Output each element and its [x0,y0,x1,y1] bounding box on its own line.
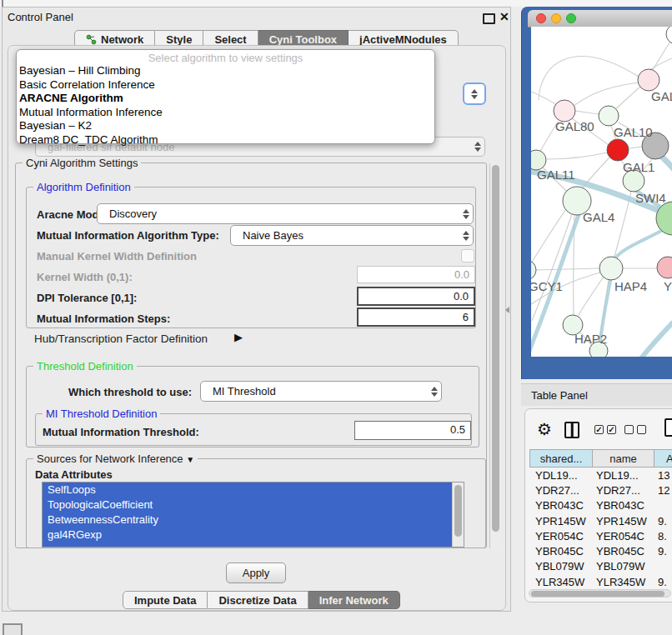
cell: YPR145W [592,515,654,528]
deselect-all-checkbox-icon[interactable] [637,425,646,434]
mi-threshold-input[interactable]: 0.5 [354,421,471,440]
sources-title-text: Sources for Network Inference [37,452,183,465]
algorithm-option[interactable]: Basic Correlation Inference [17,78,434,92]
node-label: SWI4 [635,191,666,205]
algorithm-definition-group: Algorithm Definition Aracne Mode: Discov… [26,187,476,328]
mi-steps-input[interactable]: 6 [357,308,475,327]
float-window-icon[interactable] [483,13,495,24]
control-panel-window: Control Panel ✕ Network Style Select Cyn… [2,7,511,612]
cell: YLR345W [592,576,654,588]
tab-impute-data-label: Impute Data [134,594,196,607]
attribute-item-selected[interactable]: SelfLoops [43,482,452,498]
node-gal[interactable] [638,69,659,91]
algorithm-combo-spinner[interactable] [463,82,486,105]
zoom-traffic-light[interactable] [566,13,576,23]
algorithm-option-selected[interactable]: ARACNE Algorithm [17,92,434,106]
tab-impute-data[interactable]: Impute Data [123,591,208,609]
expand-arrow-icon[interactable]: ▶ [234,331,243,343]
mi-threshold-group: MI Threshold Definition Mutual Informati… [35,413,472,446]
gear-icon[interactable]: ⚙ [537,419,552,439]
panel-collapse-handle[interactable] [505,307,509,313]
table-panel: ⚙ ✓ ✓ shared... name A YDL19...YDL19...1… [524,408,672,602]
network-canvas[interactable]: GAL GAL80 GAL10 GAL1 GAL11 SWI4 GAL4 GCY… [531,27,672,357]
apply-button[interactable]: Apply [226,562,286,583]
cell: YDL19... [529,469,592,482]
settings-scroll-thumb[interactable] [492,165,499,532]
bottom-tabs: Impute Data Discretize Data Infer Networ… [123,591,400,609]
table-row[interactable]: YER054CYER054C8. [529,528,672,543]
attribute-item-selected[interactable]: gal4RGexp [43,528,452,542]
table-row[interactable]: YLR345WYLR345W9. [529,574,672,589]
list-scroll-thumb[interactable] [454,485,462,537]
node-pink[interactable] [657,257,672,278]
node-gal1[interactable] [607,139,629,161]
settings-vertical-scrollbar[interactable] [489,163,501,548]
node-hap4[interactable] [599,257,623,280]
column-header-shared-name[interactable]: shared... [529,449,592,468]
node-label: GAL [651,89,672,103]
attribute-item-selected[interactable]: TopologicalCoefficient [43,498,452,512]
tab-jactivemnodules-label: jActiveMNodules [359,33,447,46]
collapse-triangle-icon[interactable]: ▼ [186,455,194,464]
table-row[interactable]: YPR145WYPR145W9. [529,513,672,528]
cell: 8. [654,530,672,542]
mi-type-label: Mutual Information Algorithm Type: [37,229,219,242]
node[interactable] [666,27,672,44]
cell: 12 [654,484,672,497]
column-header-label: A [666,452,672,465]
cell: YDR27... [529,484,592,497]
which-threshold-combo[interactable]: MI Threshold [200,381,442,402]
dpi-tolerance-input[interactable]: 0.0 [357,287,475,306]
new-table-icon[interactable] [664,418,672,437]
table-row[interactable]: YBR043CYBR043C [529,498,672,513]
dock-panel-icon[interactable] [3,623,23,635]
algorithm-option[interactable]: Mutual Information Inference [17,106,434,120]
close-icon[interactable]: ✕ [499,10,509,23]
table-hscroll-thumb[interactable] [531,591,664,597]
select-all-checkbox-icon[interactable]: ✓ [607,425,616,434]
table-horizontal-scrollbar[interactable] [529,589,671,598]
table-row[interactable]: YDL19...YDL19...13 [529,468,672,482]
column-header-partial[interactable]: A [654,449,672,468]
column-view-icon[interactable] [564,422,579,438]
table-row[interactable]: YBR045CYBR045C9. [529,543,672,558]
select-all-checkbox-icon[interactable]: ✓ [594,425,604,434]
sources-group: Sources for Network Inference ▼ Data Att… [26,458,486,548]
which-threshold-value: MI Threshold [201,385,428,398]
combo-spinner-icon [459,209,473,219]
network-window-titlebar[interactable] [528,10,672,28]
node-label: HAP4 [614,279,647,293]
algorithm-option[interactable]: Dream8 DC_TDC Algorithm [17,133,434,148]
table-row[interactable]: YDR27...YDR27...12 [529,482,672,498]
kernel-width-input[interactable]: 0.0 [357,266,475,283]
list-vertical-scrollbar[interactable] [452,482,464,547]
attribute-item-selected[interactable] [43,542,452,548]
minimize-traffic-light[interactable] [551,13,561,23]
manual-kernel-label: Manual Kernel Width Definition [37,250,197,262]
top-notch [2,0,3,7]
algorithm-option[interactable]: Bayesian – Hill Climbing [17,64,434,78]
tab-discretize-data-label: Discretize Data [218,594,296,607]
algorithm-option[interactable]: Bayesian – K2 [17,119,434,133]
mi-threshold-title: MI Threshold Definition [43,408,160,420]
tab-discretize-data[interactable]: Discretize Data [208,591,308,609]
spinner-up-icon [471,89,478,93]
manual-kernel-checkbox[interactable] [461,249,474,262]
mi-steps-label: Mutual Information Steps: [37,312,170,325]
close-traffic-light[interactable] [536,13,546,23]
table-row[interactable]: YBL079WYBL079W [529,559,672,574]
attribute-item-selected[interactable]: BetweennessCentrality [43,512,452,528]
cell: 9. [654,515,672,528]
column-header-name[interactable]: name [592,449,654,468]
mi-type-combo[interactable]: Naive Bayes [230,225,474,246]
mi-threshold-label: Mutual Information Threshold: [43,426,199,438]
deselect-all-checkbox-icon[interactable] [624,425,634,434]
table-panel-title: Table Panel [531,389,588,402]
node-label: GAL10 [614,125,653,139]
tab-infer-network[interactable]: Infer Network [308,591,400,609]
cell: YBR045C [592,545,654,558]
node-gcy1[interactable] [531,260,536,280]
cell: 9. [654,545,672,558]
node-gal10[interactable] [599,106,619,126]
aracne-mode-combo[interactable]: Discovery [97,203,474,224]
